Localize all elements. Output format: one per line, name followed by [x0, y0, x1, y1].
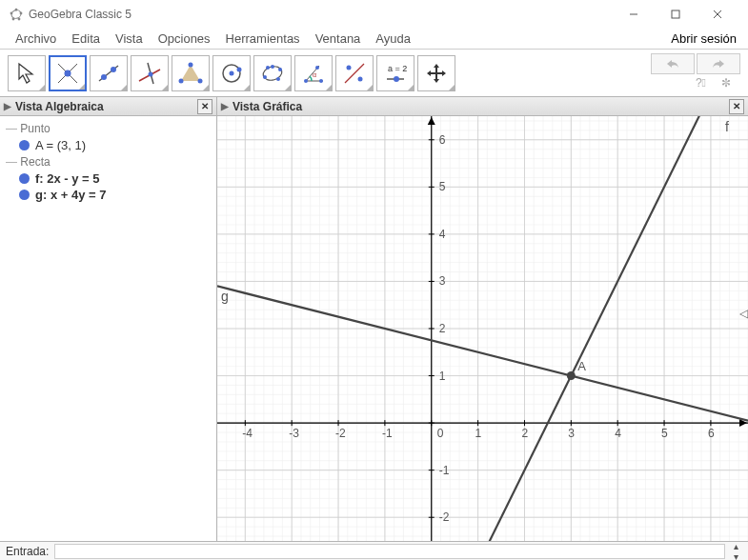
settings-icon[interactable]: ✼: [721, 76, 731, 90]
tool-point[interactable]: [49, 55, 87, 91]
svg-point-12: [65, 70, 71, 76]
svg-text:0: 0: [437, 427, 444, 440]
svg-text:-2: -2: [335, 427, 346, 440]
menu-ventana[interactable]: Ventana: [308, 30, 369, 48]
svg-text:α: α: [313, 71, 316, 78]
svg-marker-19: [181, 65, 200, 81]
menu-edita[interactable]: Edita: [64, 30, 108, 48]
window-maximize-button[interactable]: [655, 1, 697, 28]
tool-polygon[interactable]: [172, 55, 210, 91]
tool-slider[interactable]: a = 2: [376, 55, 414, 91]
svg-point-24: [230, 70, 234, 75]
series-label-g: g: [221, 289, 229, 304]
menu-herramientas[interactable]: Herramientas: [218, 30, 308, 48]
input-dropdown-icon[interactable]: ▴▾: [729, 541, 742, 561]
side-panel-handle-icon[interactable]: ◁: [739, 307, 748, 320]
svg-point-29: [278, 68, 282, 71]
algebra-panel-header[interactable]: ▶ Vista Algebraica ✕: [0, 97, 216, 116]
login-link[interactable]: Abrir sesión: [671, 31, 740, 46]
svg-point-25: [237, 67, 242, 71]
algebra-item-f[interactable]: f: 2x - y = 5: [19, 170, 211, 187]
algebra-item-A[interactable]: A = (3, 1): [19, 137, 211, 153]
help-icon[interactable]: ?⃝: [696, 76, 706, 90]
svg-point-14: [101, 74, 107, 80]
svg-point-31: [266, 66, 270, 70]
graph-canvas[interactable]: 0123456-4-3-2-1123456-2-1fgA: [217, 116, 748, 541]
menu-vista[interactable]: Vista: [108, 30, 151, 48]
algebra-body: Punto A = (3, 1) Recta f: 2x - y = 5 g: …: [0, 116, 216, 541]
svg-point-30: [276, 77, 280, 81]
input-label: Entrada:: [6, 545, 49, 558]
svg-point-15: [111, 67, 116, 72]
svg-point-18: [149, 71, 153, 76]
menu-ayuda[interactable]: Ayuda: [368, 30, 418, 48]
input-bar: Entrada: ▴▾: [0, 541, 748, 560]
tool-conic[interactable]: [253, 55, 292, 91]
menu-archivo[interactable]: Archivo: [8, 30, 64, 48]
graph-point-A[interactable]: [567, 371, 576, 380]
graph-point-label-A: A: [577, 359, 586, 373]
window-title: GeoGebra Classic 5: [29, 8, 613, 21]
svg-text:4: 4: [439, 228, 446, 241]
visibility-dot-icon[interactable]: [19, 140, 30, 150]
category-recta[interactable]: Recta: [6, 155, 211, 169]
window-minimize-button[interactable]: [613, 1, 655, 28]
toolbar: α a = 2 ?⃝ ✼: [0, 50, 748, 97]
svg-text:-1: -1: [382, 427, 393, 440]
graphics-panel: ▶ Vista Gráfica ✕ 0123456-4-3-2-1123456-…: [217, 97, 748, 541]
tool-reflect[interactable]: [335, 55, 374, 91]
svg-text:a = 2: a = 2: [388, 64, 407, 73]
svg-text:5: 5: [439, 180, 446, 193]
svg-text:3: 3: [439, 274, 446, 288]
svg-text:5: 5: [661, 427, 668, 440]
triangle-right-icon[interactable]: ▶: [4, 101, 11, 111]
tool-line[interactable]: [90, 55, 128, 91]
triangle-right-icon[interactable]: ▶: [221, 101, 229, 111]
tool-circle[interactable]: [212, 55, 251, 91]
series-label-f: f: [725, 119, 729, 134]
tool-angle[interactable]: α: [294, 55, 333, 91]
svg-text:-3: -3: [289, 427, 299, 440]
command-input[interactable]: [54, 544, 725, 559]
svg-point-27: [263, 75, 267, 79]
svg-point-36: [319, 79, 323, 83]
graphics-panel-header[interactable]: ▶ Vista Gráfica ✕: [217, 97, 748, 116]
svg-rect-7: [672, 10, 679, 18]
svg-text:-4: -4: [242, 427, 253, 440]
category-punto[interactable]: Punto: [6, 122, 211, 135]
svg-text:6: 6: [439, 133, 446, 147]
window-close-button[interactable]: [697, 1, 738, 28]
tool-move[interactable]: [8, 55, 46, 91]
svg-text:1: 1: [439, 370, 446, 383]
svg-text:-1: -1: [439, 464, 450, 477]
series-line-g[interactable]: [217, 286, 748, 420]
svg-text:-2: -2: [439, 510, 450, 524]
graphics-body[interactable]: 0123456-4-3-2-1123456-2-1fgA ◁: [217, 116, 748, 541]
close-icon[interactable]: ✕: [729, 99, 744, 114]
svg-point-43: [394, 76, 399, 82]
svg-text:1: 1: [475, 427, 482, 440]
algebra-panel-title: Vista Algebraica: [15, 100, 104, 113]
visibility-dot-icon[interactable]: [19, 173, 30, 184]
menu-opciones[interactable]: Opciones: [151, 30, 218, 48]
svg-text:6: 6: [708, 427, 715, 440]
tool-perpendicular[interactable]: [131, 55, 169, 91]
algebra-item-g[interactable]: g: x + 4y = 7: [19, 187, 211, 203]
graphics-panel-title: Vista Gráfica: [232, 100, 302, 113]
window-titlebar: GeoGebra Classic 5: [0, 0, 748, 29]
algebra-panel: ▶ Vista Algebraica ✕ Punto A = (3, 1) Re…: [0, 97, 217, 541]
svg-point-40: [358, 76, 363, 81]
svg-point-39: [347, 65, 352, 70]
svg-point-21: [198, 78, 203, 83]
svg-point-37: [315, 66, 319, 70]
close-icon[interactable]: ✕: [197, 99, 212, 114]
app-logo-icon: [10, 8, 23, 21]
svg-point-35: [304, 79, 308, 83]
visibility-dot-icon[interactable]: [19, 190, 30, 200]
svg-point-22: [179, 78, 184, 83]
svg-text:3: 3: [568, 427, 575, 440]
svg-point-28: [271, 65, 274, 69]
undo-button[interactable]: [651, 53, 695, 74]
tool-move-view[interactable]: [417, 55, 455, 91]
redo-button[interactable]: [697, 53, 740, 74]
